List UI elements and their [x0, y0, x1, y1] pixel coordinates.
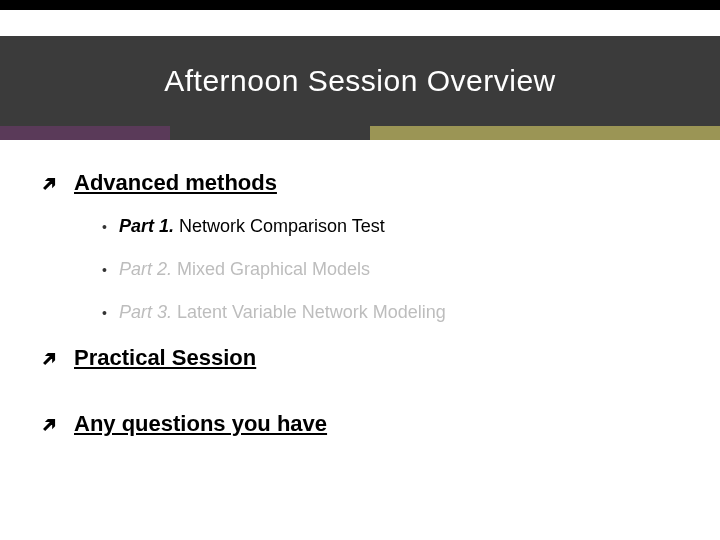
bullet-icon: • [102, 220, 107, 234]
list-item: • Part 1. Network Comparison Test [102, 216, 680, 237]
section-advanced-methods: ➔ Advanced methods [40, 170, 680, 196]
part-text: Network Comparison Test [174, 216, 385, 236]
arrow-icon: ➔ [34, 409, 64, 439]
list-item: • Part 2. Mixed Graphical Models [102, 259, 680, 280]
sub-list: • Part 1. Network Comparison Test • Part… [40, 216, 680, 323]
section-any-questions: ➔ Any questions you have [40, 411, 680, 437]
part-label: Part 3. [119, 302, 172, 322]
slide-title: Afternoon Session Overview [164, 64, 556, 98]
section-label: Practical Session [74, 345, 256, 371]
spacer [0, 10, 720, 36]
arrow-icon: ➔ [34, 343, 64, 373]
bullet-icon: • [102, 263, 107, 277]
accent-olive [370, 126, 720, 140]
accent-row [0, 126, 720, 140]
arrow-icon: ➔ [34, 168, 64, 198]
title-band: Afternoon Session Overview [0, 36, 720, 126]
section-practical-session: ➔ Practical Session [40, 345, 680, 371]
list-item: • Part 3. Latent Variable Network Modeli… [102, 302, 680, 323]
content: ➔ Advanced methods • Part 1. Network Com… [0, 140, 720, 437]
bullet-icon: • [102, 306, 107, 320]
section-label: Advanced methods [74, 170, 277, 196]
top-bar [0, 0, 720, 10]
part-label: Part 2. [119, 259, 172, 279]
section-label: Any questions you have [74, 411, 327, 437]
part-text: Latent Variable Network Modeling [172, 302, 446, 322]
part-text: Mixed Graphical Models [172, 259, 370, 279]
part-label: Part 1. [119, 216, 174, 236]
accent-purple [0, 126, 170, 140]
accent-gray [170, 126, 370, 140]
header: Afternoon Session Overview [0, 0, 720, 140]
